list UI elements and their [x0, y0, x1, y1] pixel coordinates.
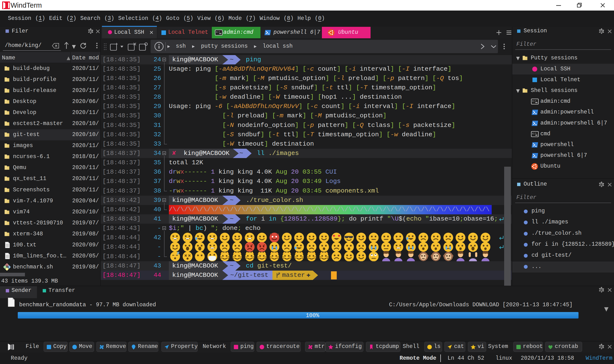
svg-text:C:\: C:\	[532, 100, 537, 103]
svg-text:C:\: C:\	[216, 31, 220, 34]
svg-text:C:\: C:\	[532, 132, 537, 135]
